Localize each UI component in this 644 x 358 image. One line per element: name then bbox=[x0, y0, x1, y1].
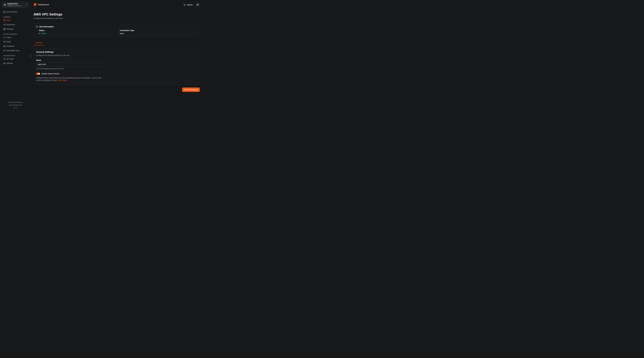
sidebar-nav: Server Admin GENERAL Sites bbox=[2, 10, 28, 66]
sidebar-section-general: GENERAL bbox=[2, 16, 28, 18]
org-selector-title: Organization bbox=[7, 3, 24, 5]
sidebar-item-domains[interactable]: Domains bbox=[2, 27, 28, 31]
brand[interactable]: PANGOLIN bbox=[34, 3, 49, 7]
page-title: AWS VPC Settings bbox=[34, 13, 200, 16]
sidebar-item-settings[interactable]: Settings bbox=[2, 61, 28, 66]
sidebar-item-label: Domains bbox=[6, 28, 14, 30]
main-content: PANGOLIN System M AWS VPC Settings Confi… bbox=[30, 0, 202, 111]
sidebar-footer: Community Edition Documentation v1.7.0 bbox=[0, 99, 30, 111]
toggle-knob bbox=[38, 73, 40, 75]
sidebar-item-shareable-links[interactable]: Shareable Links bbox=[2, 48, 28, 53]
sidebar-item-roles[interactable]: Roles bbox=[2, 40, 28, 44]
community-edition-label: Community Edition bbox=[8, 101, 21, 104]
sidebar-item-api-keys[interactable]: API Keys bbox=[2, 57, 28, 61]
docker-socket-row: Enable Docker Socket bbox=[36, 73, 197, 75]
key-icon bbox=[3, 58, 6, 60]
sidebar-item-label: Users bbox=[6, 36, 11, 39]
ticket-check-icon bbox=[3, 45, 6, 47]
community-edition-link[interactable]: Community Edition bbox=[0, 101, 30, 104]
book-open-icon bbox=[20, 104, 22, 106]
page-subtitle: Configure the settings on your site bbox=[34, 17, 200, 19]
site-information-header: Site Information bbox=[36, 26, 198, 28]
connection-type-label: Connection Type bbox=[120, 29, 198, 32]
general-settings-card: General Settings Configure the general s… bbox=[34, 48, 200, 85]
sidebar-section-organization: ORGANIZATION bbox=[2, 55, 28, 57]
site-information-grid: Status Online Connection Type Newt bbox=[36, 29, 198, 35]
info-icon bbox=[36, 26, 38, 28]
sidebar-item-invitations[interactable]: Invitations bbox=[2, 44, 28, 48]
sidebar: Organization milo@fossorial.io's ... Ser… bbox=[0, 0, 30, 111]
org-selector-value: milo@fossorial.io's ... bbox=[7, 5, 24, 7]
globe-icon bbox=[3, 28, 6, 30]
connection-type-column: Connection Type Newt bbox=[117, 29, 198, 35]
name-field-help: This is the display name for the site. bbox=[36, 68, 197, 70]
learn-more-link[interactable]: Learn More bbox=[58, 79, 67, 81]
sidebar-item-label: Sites bbox=[6, 19, 10, 21]
brand-name: PANGOLIN bbox=[38, 4, 49, 6]
sidebar-item-sites[interactable]: Sites bbox=[2, 18, 28, 23]
site-information-title: Site Information bbox=[39, 26, 54, 28]
app-version: v1.7.0 bbox=[0, 107, 30, 109]
status-column: Status Online bbox=[36, 29, 117, 35]
external-link-icon bbox=[21, 102, 23, 103]
org-selector[interactable]: Organization milo@fossorial.io's ... bbox=[2, 2, 28, 8]
actions-row: Save All Settings bbox=[34, 88, 200, 92]
docker-socket-help-text: Enable Docker Socket discovery for popul… bbox=[36, 77, 102, 81]
chevrons-up-down-icon bbox=[25, 4, 27, 6]
docker-socket-label: Enable Docker Socket bbox=[42, 73, 60, 75]
sites-icon bbox=[3, 19, 6, 22]
site-information-card: Site Information Status Online Connectio… bbox=[34, 24, 200, 37]
link-icon bbox=[3, 50, 6, 52]
general-settings-subtitle: Configure the general settings for this … bbox=[36, 54, 197, 56]
sidebar-item-users[interactable]: Users bbox=[2, 35, 28, 40]
sidebar-item-label: Server Admin bbox=[6, 11, 17, 13]
building-icon bbox=[4, 4, 6, 6]
online-status-dot bbox=[39, 33, 40, 34]
top-bar: PANGOLIN System M bbox=[34, 0, 200, 10]
documentation-link[interactable]: Documentation bbox=[0, 104, 30, 107]
sidebar-item-label: Resources bbox=[6, 24, 15, 26]
avatar-initial: M bbox=[197, 4, 198, 6]
sidebar-item-label: Shareable Links bbox=[6, 50, 19, 52]
save-all-settings-button[interactable]: Save All Settings bbox=[182, 88, 200, 92]
docker-socket-toggle[interactable] bbox=[36, 73, 40, 75]
sidebar-item-label: Invitations bbox=[6, 45, 14, 47]
users-icon bbox=[3, 41, 6, 43]
status-value: Online bbox=[39, 33, 117, 35]
name-field-label: Name bbox=[36, 59, 197, 61]
theme-label: System bbox=[187, 4, 193, 6]
name-input[interactable] bbox=[36, 62, 105, 66]
connection-type-value: Newt bbox=[120, 33, 198, 35]
sidebar-item-server-admin[interactable]: Server Admin bbox=[2, 10, 28, 14]
sidebar-item-label: API Keys bbox=[6, 58, 14, 60]
server-icon bbox=[3, 11, 6, 13]
general-settings-title: General Settings bbox=[36, 51, 197, 53]
tab-general[interactable]: General bbox=[34, 41, 44, 45]
sidebar-item-label: Settings bbox=[6, 62, 13, 64]
pangolin-logo-icon bbox=[34, 3, 37, 7]
status-label: Status bbox=[39, 29, 117, 32]
share-nodes-icon bbox=[3, 24, 6, 26]
gear-icon bbox=[3, 62, 6, 65]
user-avatar[interactable]: M bbox=[196, 3, 200, 7]
sidebar-item-resources[interactable]: Resources bbox=[2, 23, 28, 27]
sidebar-section-access-control: ACCESS CONTROL bbox=[2, 33, 28, 35]
theme-selector[interactable]: System bbox=[184, 4, 193, 6]
org-selector-texts: Organization milo@fossorial.io's ... bbox=[7, 3, 24, 7]
documentation-label: Documentation bbox=[9, 104, 19, 107]
user-icon bbox=[3, 36, 6, 39]
sidebar-item-label: Roles bbox=[6, 41, 11, 43]
status-value-text: Online bbox=[41, 33, 46, 35]
docker-socket-help: Enable Docker Socket discovery for popul… bbox=[36, 77, 104, 82]
moon-icon bbox=[184, 4, 186, 6]
top-right-cluster: System M bbox=[184, 3, 200, 7]
tab-bar: General bbox=[34, 41, 200, 45]
